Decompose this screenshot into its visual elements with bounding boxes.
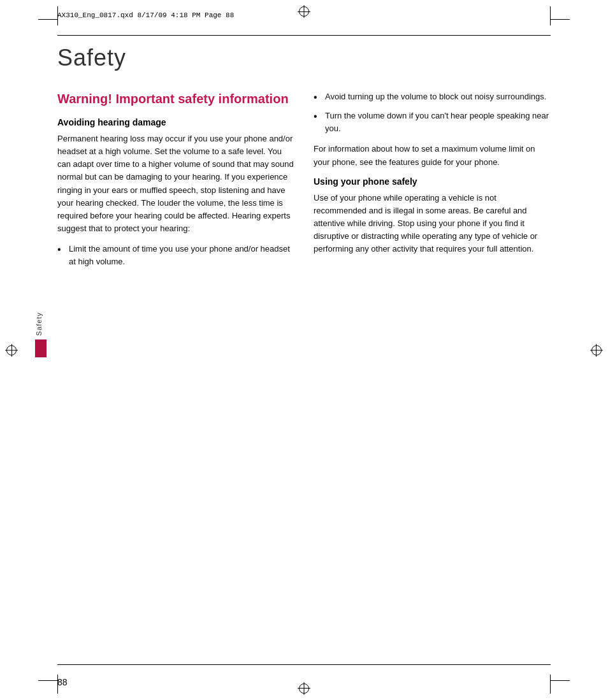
side-tab-bar [35,339,47,357]
hearing-damage-subheading: Avoiding hearing damage [57,117,294,127]
side-tab: Safety [35,312,47,357]
list-item-text: Turn the volume down if you can't hear p… [325,111,549,133]
phone-safely-body: Use of your phone while operating a vehi… [314,192,551,256]
warning-heading: Warning! Important safety information [57,90,294,107]
list-item: Turn the volume down if you can't hear p… [314,110,551,135]
header-text: AX310_Eng_0817.qxd 8/17/09 4:18 PM Page … [57,11,234,19]
top-border [57,35,551,36]
page-number: 88 [57,677,68,687]
crop-mark [551,680,570,681]
list-item-text: Limit the amount of time you use your ph… [69,244,290,266]
crop-mark [550,675,551,694]
crop-mark [38,680,57,681]
reg-mark [299,683,309,694]
page-container: AX310_Eng_0817.qxd 8/17/09 4:18 PM Page … [0,0,608,700]
volume-info: For information about how to set a maxim… [314,143,551,168]
side-tab-label: Safety [35,312,43,336]
page-title: Safety [57,45,551,71]
two-col-layout: Safety Warning! Important safety informa… [57,90,551,276]
content-area: Safety Safety Warning! Important safety … [57,45,551,662]
left-column: Safety Warning! Important safety informa… [57,90,294,276]
bottom-border [57,664,551,665]
hearing-damage-body: Permanent hearing loss may occur if you … [57,132,294,235]
reg-mark [6,345,17,355]
crop-mark [551,19,570,20]
right-column: Avoid turning up the volume to block out… [314,90,551,276]
right-bullet-list: Avoid turning up the volume to block out… [314,90,551,135]
header-bar: AX310_Eng_0817.qxd 8/17/09 4:18 PM Page … [57,11,551,19]
list-item-text: Avoid turning up the volume to block out… [325,92,546,101]
left-bullet-list: Limit the amount of time you use your ph… [57,243,294,268]
list-item: Limit the amount of time you use your ph… [57,243,294,268]
crop-mark [38,19,57,20]
list-item: Avoid turning up the volume to block out… [314,90,551,103]
reg-mark [591,345,602,355]
phone-safely-subheading: Using your phone safely [314,176,551,187]
